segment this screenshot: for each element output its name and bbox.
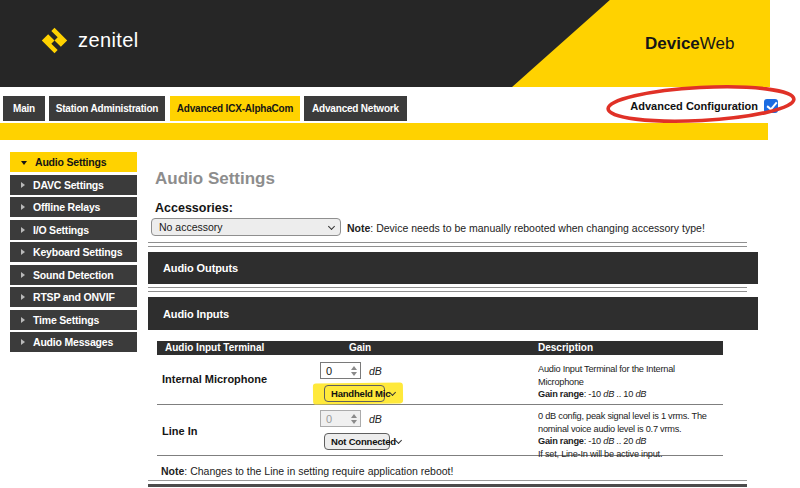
accessory-note: Note: Device needs to be manually reboot…	[347, 222, 705, 234]
gain-input-line-in[interactable]: 0	[320, 410, 361, 427]
advanced-config-checkbox[interactable]	[764, 99, 778, 113]
select-value: Handheld Mic	[331, 388, 390, 399]
page-title: Audio Settings	[155, 169, 275, 189]
spinner-control[interactable]	[351, 366, 357, 376]
sidebar-item-io-settings[interactable]: I/O Settings	[10, 220, 137, 240]
sidebar-item-label: Time Settings	[33, 314, 99, 326]
yellow-divider-bar	[0, 123, 768, 140]
gain-unit: dB	[369, 365, 382, 377]
chevron-right-icon	[21, 182, 25, 188]
section-audio-outputs[interactable]: Audio Outputs	[148, 252, 758, 284]
tab-advanced-network[interactable]: Advanced Network	[304, 96, 407, 121]
column-header-gain: Gain	[349, 342, 371, 353]
accessory-select[interactable]: No accessory	[151, 218, 341, 236]
sidebar-item-sound-detection[interactable]: Sound Detection	[10, 265, 137, 285]
brand-name: zenitel	[78, 29, 139, 52]
brand-logo: zenitel	[40, 26, 139, 55]
description-internal-mic: Audio Input Terminal for the Internal Mi…	[538, 363, 727, 401]
gain-value: 0	[326, 413, 332, 425]
chevron-right-icon	[21, 294, 25, 300]
sidebar-item-label: Offline Relays	[33, 201, 100, 213]
sidebar-item-label: I/O Settings	[33, 224, 89, 236]
sidebar-item-label: Audio Settings	[35, 156, 106, 168]
accessories-label: Accessories:	[155, 201, 233, 215]
spinner-up-icon[interactable]	[351, 414, 357, 418]
product-title-bold: Device	[645, 34, 700, 53]
tab-advanced-icx-alphacom[interactable]: Advanced ICX-AlphaCom	[170, 96, 300, 121]
sidebar-item-label: Audio Messages	[33, 336, 113, 348]
spinner-up-icon[interactable]	[351, 366, 357, 370]
column-header-description: Description	[538, 342, 593, 353]
bottom-divider-thick	[148, 484, 747, 487]
sidebar-item-keyboard-settings[interactable]: Keyboard Settings	[10, 242, 137, 262]
table-row-line-in: Line In 0 dB Not Connected 0 dB config, …	[157, 405, 723, 456]
accessory-select-value: No accessory	[159, 221, 223, 233]
header-banner: zenitel DeviceWeb	[0, 0, 770, 87]
sidebar-menu: Audio Settings DAVC Settings Offline Rel…	[10, 152, 137, 355]
gain-unit: dB	[369, 413, 382, 425]
chevron-right-icon	[21, 272, 25, 278]
tab-station-administration[interactable]: Station Administration	[49, 96, 165, 121]
select-value: Not Connected	[331, 436, 396, 447]
spinner-control[interactable]	[351, 414, 357, 424]
internal-mic-source-select[interactable]: Handheld Mic	[324, 385, 385, 402]
table-header-row: Audio Input Terminal Gain Description	[157, 341, 723, 355]
column-header-terminal: Audio Input Terminal	[165, 342, 264, 353]
chevron-down-icon	[21, 161, 27, 165]
chevron-right-icon	[21, 317, 25, 323]
section-audio-inputs[interactable]: Audio Inputs	[148, 297, 758, 330]
advanced-config-label: Advanced Configuration	[630, 100, 758, 112]
advanced-config-control: Advanced Configuration	[600, 98, 778, 113]
section-divider	[148, 242, 747, 247]
product-title: DeviceWeb	[645, 34, 734, 54]
spinner-down-icon[interactable]	[351, 372, 357, 376]
gain-value: 0	[326, 365, 332, 377]
spinner-down-icon[interactable]	[351, 420, 357, 424]
chevron-down-icon	[328, 222, 335, 229]
line-in-connection-select[interactable]: Not Connected	[324, 433, 390, 450]
sidebar-item-label: RTSP and ONVIF	[33, 291, 115, 303]
page: zenitel DeviceWeb Main Station Administr…	[0, 0, 800, 488]
sidebar-item-time-settings[interactable]: Time Settings	[10, 310, 137, 330]
terminal-label: Line In	[162, 425, 197, 437]
product-title-light: Web	[700, 34, 735, 53]
sidebar-item-offline-relays[interactable]: Offline Relays	[10, 197, 137, 217]
chevron-right-icon	[21, 204, 25, 210]
sidebar-item-davc-settings[interactable]: DAVC Settings	[10, 175, 137, 195]
table-row-internal-microphone: Internal Microphone 0 dB Handheld Mic Au…	[157, 355, 723, 405]
chevron-right-icon	[21, 249, 25, 255]
section-divider	[148, 287, 747, 292]
sidebar-item-label: DAVC Settings	[33, 179, 104, 191]
bottom-divider-thin	[148, 480, 747, 481]
sidebar-item-label: Keyboard Settings	[33, 246, 122, 258]
chevron-right-icon	[21, 227, 25, 233]
description-line-in: 0 dB config, peak signal level is 1 vrms…	[538, 410, 727, 460]
terminal-label: Internal Microphone	[162, 373, 267, 385]
sidebar-item-audio-settings[interactable]: Audio Settings	[10, 152, 137, 172]
zenitel-logo-icon	[40, 26, 69, 55]
sidebar-item-rtsp-and-onvif[interactable]: RTSP and ONVIF	[10, 287, 137, 307]
chevron-right-icon	[21, 339, 25, 345]
audio-inputs-table: Audio Input Terminal Gain Description In…	[157, 341, 723, 456]
sidebar-item-audio-messages[interactable]: Audio Messages	[10, 332, 137, 352]
tab-main[interactable]: Main	[3, 96, 45, 121]
line-in-note: Note: Changes to the Line in setting req…	[161, 465, 453, 477]
sidebar-item-label: Sound Detection	[33, 269, 113, 281]
gain-input-internal-mic[interactable]: 0	[320, 362, 361, 379]
